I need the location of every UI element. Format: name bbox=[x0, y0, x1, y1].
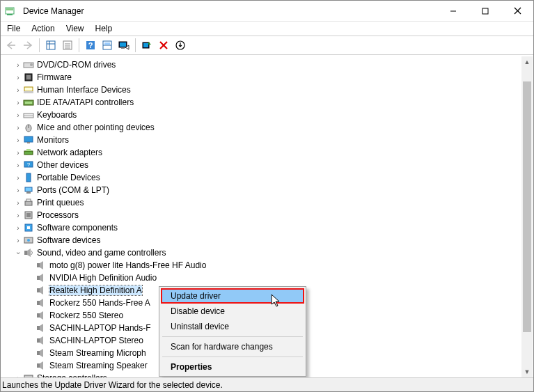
svg-rect-67 bbox=[37, 363, 40, 368]
menu-help[interactable]: Help bbox=[95, 22, 113, 35]
tree-node-moto[interactable]: moto g(8) power lite Hands-Free HF Audio bbox=[1, 259, 533, 272]
minimize-button[interactable] bbox=[437, 1, 469, 22]
menu-action[interactable]: Action bbox=[31, 22, 55, 35]
ctx-disable-device[interactable]: Disable device bbox=[161, 304, 304, 319]
speaker-icon bbox=[36, 360, 47, 371]
close-button[interactable] bbox=[501, 1, 533, 22]
scan-hardware-button[interactable] bbox=[139, 38, 155, 53]
chevron-right-icon[interactable]: › bbox=[13, 149, 23, 157]
show-hide-tree-button[interactable] bbox=[43, 38, 58, 53]
speaker-icon bbox=[36, 285, 47, 296]
svg-rect-64 bbox=[37, 326, 40, 330]
svg-rect-66 bbox=[37, 351, 40, 355]
help-button[interactable]: ? bbox=[83, 38, 98, 53]
svg-rect-60 bbox=[37, 276, 40, 280]
speaker-icon bbox=[36, 347, 47, 359]
update-driver-button[interactable] bbox=[100, 38, 115, 53]
tree-node-hid[interactable]: › Human Interface Devices bbox=[1, 84, 533, 96]
software-component-icon bbox=[23, 222, 34, 233]
scroll-thumb[interactable] bbox=[523, 81, 531, 332]
enable-device-button[interactable] bbox=[173, 38, 188, 53]
tree-node-network[interactable]: › Network adapters bbox=[1, 146, 533, 159]
svg-rect-41 bbox=[24, 136, 33, 142]
vertical-scrollbar[interactable]: ▲ ▼ bbox=[521, 56, 533, 377]
chevron-right-icon[interactable]: › bbox=[13, 86, 23, 94]
svg-rect-48 bbox=[25, 187, 32, 191]
tree-node-ports[interactable]: › Ports (COM & LPT) bbox=[1, 184, 533, 196]
chevron-right-icon[interactable]: › bbox=[13, 99, 23, 107]
window-controls bbox=[437, 1, 533, 22]
svg-rect-4 bbox=[482, 8, 488, 14]
speaker-icon bbox=[36, 310, 47, 321]
tree-node-mice[interactable]: › Mice and other pointing devices bbox=[1, 121, 533, 134]
chevron-right-icon[interactable]: › bbox=[13, 74, 23, 81]
scroll-down-button[interactable]: ▼ bbox=[521, 366, 533, 377]
chevron-right-icon[interactable]: › bbox=[13, 187, 23, 194]
chevron-right-icon[interactable]: › bbox=[13, 136, 23, 144]
tree-node-swdev[interactable]: › Software devices bbox=[1, 234, 533, 246]
chevron-right-icon[interactable]: › bbox=[13, 199, 23, 207]
svg-rect-63 bbox=[37, 313, 40, 317]
uninstall-device-button[interactable] bbox=[156, 38, 171, 53]
svg-text:?: ? bbox=[27, 162, 31, 168]
tree-node-monitors[interactable]: › Monitors bbox=[1, 134, 533, 146]
svg-rect-25 bbox=[143, 43, 148, 47]
properties-button[interactable] bbox=[60, 38, 75, 53]
forward-button[interactable] bbox=[20, 38, 36, 53]
chip-icon bbox=[23, 72, 34, 83]
ctx-update-driver[interactable]: Update driver bbox=[161, 288, 304, 304]
chevron-right-icon[interactable]: › bbox=[13, 237, 23, 244]
svg-rect-62 bbox=[37, 301, 40, 305]
chevron-right-icon[interactable]: › bbox=[13, 111, 23, 119]
svg-rect-9 bbox=[47, 41, 55, 49]
chevron-right-icon[interactable]: › bbox=[13, 212, 23, 219]
speaker-icon bbox=[36, 322, 47, 334]
ctx-uninstall-device[interactable]: Uninstall device bbox=[161, 319, 304, 334]
svg-rect-43 bbox=[24, 151, 33, 155]
ctx-separator bbox=[162, 336, 303, 337]
tree-node-portable[interactable]: › Portable Devices bbox=[1, 171, 533, 184]
tree-node-printq[interactable]: › Print queues bbox=[1, 196, 533, 209]
tree-node-processors[interactable]: › Processors bbox=[1, 209, 533, 221]
menu-file[interactable]: File bbox=[6, 22, 21, 35]
chevron-right-icon[interactable]: › bbox=[13, 174, 23, 182]
svg-rect-61 bbox=[37, 288, 40, 292]
tree-node-sound[interactable]: › Sound, video and game controllers bbox=[1, 246, 533, 259]
ide-icon bbox=[23, 97, 34, 108]
svg-point-57 bbox=[27, 239, 30, 242]
tree-node-ide[interactable]: › IDE ATA/ATAPI controllers bbox=[1, 96, 533, 109]
svg-rect-49 bbox=[26, 191, 31, 194]
disable-device-button[interactable] bbox=[116, 38, 132, 53]
maximize-button[interactable] bbox=[469, 1, 501, 22]
svg-rect-42 bbox=[27, 142, 30, 143]
ctx-scan-hardware[interactable]: Scan for hardware changes bbox=[161, 339, 304, 354]
tree-node-nvidia[interactable]: NVIDIA High Definition Audio bbox=[1, 272, 533, 284]
chevron-right-icon[interactable]: › bbox=[13, 61, 23, 69]
unknown-device-icon: ? bbox=[23, 159, 34, 171]
menu-view[interactable]: View bbox=[65, 22, 85, 35]
tree-node-dvd[interactable]: › DVD/CD-ROM drives bbox=[1, 58, 533, 71]
tree-node-swcomp[interactable]: › Software components bbox=[1, 221, 533, 234]
hid-icon bbox=[23, 84, 34, 95]
svg-rect-33 bbox=[24, 87, 33, 91]
svg-rect-22 bbox=[120, 42, 126, 47]
svg-rect-2 bbox=[6, 8, 13, 10]
scroll-up-button[interactable]: ▲ bbox=[521, 56, 533, 68]
chevron-right-icon[interactable]: › bbox=[13, 224, 23, 232]
chevron-right-icon[interactable]: › bbox=[13, 162, 23, 169]
menubar: File Action View Help bbox=[1, 22, 533, 36]
tree-node-firmware[interactable]: › Firmware bbox=[1, 71, 533, 84]
keyboard-icon bbox=[23, 109, 34, 120]
svg-rect-19 bbox=[104, 42, 110, 45]
svg-rect-44 bbox=[26, 149, 31, 151]
chevron-right-icon[interactable]: › bbox=[13, 124, 23, 132]
tree-node-keyboards[interactable]: › Keyboards bbox=[1, 109, 533, 121]
context-menu: Update driver Disable device Uninstall d… bbox=[159, 286, 306, 377]
port-icon bbox=[23, 185, 34, 196]
svg-rect-1 bbox=[7, 14, 13, 15]
tree-node-other[interactable]: › ? Other devices bbox=[1, 159, 533, 171]
back-button[interactable] bbox=[3, 38, 19, 53]
chevron-down-icon[interactable]: › bbox=[15, 248, 22, 258]
toolbar: ? bbox=[1, 36, 533, 55]
ctx-properties[interactable]: Properties bbox=[161, 359, 304, 375]
